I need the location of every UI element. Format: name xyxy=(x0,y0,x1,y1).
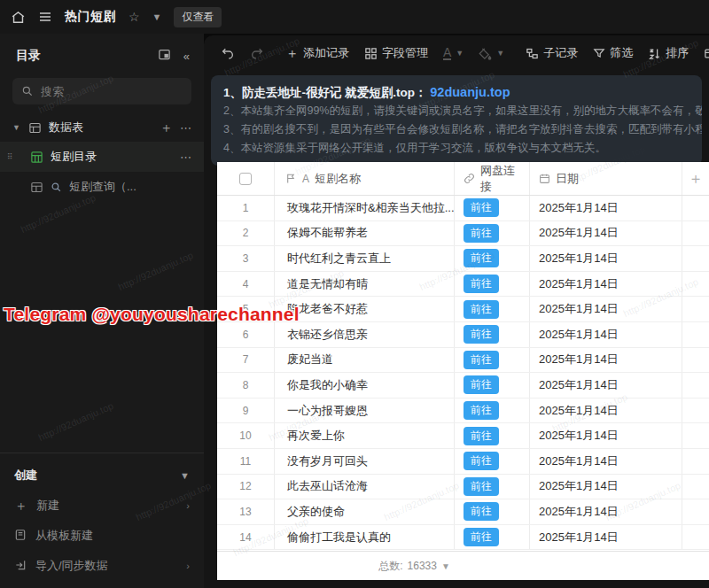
notice-line-4: 4、本站资源集采于网络公开渠道，仅用于学习交流，版权争议与本文档无关。 xyxy=(223,139,690,158)
home-icon[interactable] xyxy=(11,10,26,25)
drama-name-cell[interactable]: 偷偷打工我是认真的 xyxy=(275,525,455,550)
data-table: A 短剧名称 网盘连接 日期 ＋ 1玫瑰花开情深时&相亲当天他拉...前往202… xyxy=(217,162,709,580)
go-button[interactable]: 前往 xyxy=(464,375,499,394)
drama-name-cell[interactable]: 父亲的使命 xyxy=(275,499,455,524)
add-field-button[interactable]: ＋ xyxy=(682,162,709,195)
sidebar-section-datatables[interactable]: ▼ 数据表 ＋ ⋯ xyxy=(0,113,204,142)
chevron-down-icon[interactable]: ▼ xyxy=(152,12,162,22)
filter-button[interactable]: 筛选 xyxy=(588,42,637,65)
netdisk-link-cell: 前往 xyxy=(455,322,530,347)
go-button[interactable]: 前往 xyxy=(464,427,499,445)
go-button[interactable]: 前往 xyxy=(464,452,499,470)
redo-icon[interactable] xyxy=(245,43,269,64)
drama-name-cell[interactable]: 废妃当道 xyxy=(275,348,455,373)
link-icon xyxy=(464,173,475,184)
select-all-checkbox[interactable] xyxy=(239,173,252,185)
date-cell: 2025年1月14日 xyxy=(530,348,682,373)
empty-cell xyxy=(682,246,709,271)
total-value: 16333 xyxy=(408,560,437,572)
drama-name-cell[interactable]: 隐龙老爸不好惹 xyxy=(275,297,455,321)
grid-view-icon xyxy=(30,181,43,194)
notice-link[interactable]: 92duanju.top xyxy=(430,85,510,99)
row-number: 13 xyxy=(217,499,275,524)
drama-name-cell[interactable]: 道是无情却有晴 xyxy=(275,272,455,297)
drag-handle[interactable]: ⠿ xyxy=(7,155,14,159)
notice-line-2: 2、本站集齐全网99%的短剧，请搜关键词或演员名字，如果这里没有，别的地方大概率… xyxy=(223,102,690,120)
date-cell: 2025年1月14日 xyxy=(530,246,682,271)
go-button[interactable]: 前往 xyxy=(464,300,499,319)
total-label: 总数: xyxy=(378,559,402,574)
go-button[interactable]: 前往 xyxy=(464,198,499,217)
drama-name-cell[interactable]: 保姆不能帮养老 xyxy=(275,221,455,246)
add-table-icon[interactable]: ＋ xyxy=(160,120,173,136)
netdisk-link-cell: 前往 xyxy=(455,373,530,398)
sidebar-item-duanju-catalog[interactable]: ⠿ 短剧目录 ⋯ xyxy=(0,142,204,172)
create-section-header[interactable]: 创建 ▼ xyxy=(0,460,204,491)
row-number: 8 xyxy=(217,373,275,398)
go-button[interactable]: 前往 xyxy=(464,224,499,243)
main-panel: ＋ 添加记录 字段管理 A ▼ ▼ 子记录 xyxy=(204,35,709,588)
new-from-template-button[interactable]: 从模板新建 xyxy=(0,521,204,551)
drama-name-cell[interactable]: 此去巫山话沧海 xyxy=(275,475,455,499)
sort-button[interactable]: 排序 xyxy=(643,42,693,65)
field-manage-button[interactable]: 字段管理 xyxy=(360,42,432,65)
empty-cell xyxy=(682,348,709,373)
sidebar-search[interactable] xyxy=(12,78,191,104)
go-button[interactable]: 前往 xyxy=(464,351,499,369)
new-button[interactable]: ＋ 新建 › xyxy=(0,491,204,521)
go-button[interactable]: 前往 xyxy=(464,401,499,420)
group-button[interactable]: 分组 xyxy=(699,42,709,65)
sidebar-item-duanju-query[interactable]: 短剧查询（... xyxy=(0,172,204,202)
sort-az-icon xyxy=(648,47,661,60)
table-row: 12此去巫山话沧海前往2025年1月14日 xyxy=(217,475,709,500)
more-icon[interactable]: ⋯ xyxy=(180,121,191,135)
drama-name-cell[interactable]: 一心为报哥嫂恩 xyxy=(275,398,455,423)
drama-name-cell[interactable]: 你是我的小确幸 xyxy=(275,373,455,398)
bitable-green-icon xyxy=(30,151,43,164)
column-header-date[interactable]: 日期 xyxy=(530,162,682,195)
table-row: 11没有岁月可回头前往2025年1月14日 xyxy=(217,449,709,475)
sidebar: 目录 « ▼ 数据表 ＋ ⋯ ⠿ 短剧目录 ⋯ 短剧查询（... xyxy=(0,34,204,588)
more-icon[interactable]: ⋯ xyxy=(180,151,191,164)
star-icon[interactable]: ☆ xyxy=(129,10,140,24)
drama-name-cell[interactable]: 衣锦还乡倍思亲 xyxy=(275,322,455,347)
add-record-button[interactable]: ＋ 添加记录 xyxy=(281,42,354,66)
sub-record-button[interactable]: 子记录 xyxy=(521,42,582,65)
collapse-sidebar-icon[interactable]: « xyxy=(183,50,190,63)
text-color-button[interactable]: A ▼ xyxy=(439,43,468,64)
go-button[interactable]: 前往 xyxy=(464,275,499,293)
caret-down-icon[interactable]: ▼ xyxy=(12,123,21,132)
search-view-icon xyxy=(51,182,62,193)
go-button[interactable]: 前往 xyxy=(464,477,499,496)
new-label: 新建 xyxy=(36,498,59,514)
import-sync-button[interactable]: 导入/同步数据 › xyxy=(0,551,204,581)
search-input[interactable] xyxy=(41,85,183,98)
empty-cell xyxy=(682,373,709,398)
fill-color-button[interactable]: ▼ xyxy=(474,43,509,64)
undo-icon[interactable] xyxy=(216,43,239,64)
go-button[interactable]: 前往 xyxy=(464,249,499,267)
chevron-down-icon[interactable]: ▼ xyxy=(441,561,450,571)
template-icon xyxy=(14,529,27,544)
menu-icon[interactable] xyxy=(38,10,52,24)
netdisk-link-cell: 前往 xyxy=(455,449,530,474)
netdisk-link-cell: 前往 xyxy=(455,246,530,271)
empty-cell xyxy=(682,322,709,347)
row-number: 3 xyxy=(217,246,275,271)
column-header-link[interactable]: 网盘连接 xyxy=(455,162,530,195)
drama-name-cell[interactable]: 玫瑰花开情深时&相亲当天他拉... xyxy=(275,196,455,220)
panel-toggle-icon[interactable] xyxy=(158,48,171,64)
table-row: 9一心为报哥嫂恩前往2025年1月14日 xyxy=(217,398,709,424)
go-button[interactable]: 前往 xyxy=(464,502,499,521)
template-label: 从模板新建 xyxy=(35,528,93,544)
date-cell: 2025年1月14日 xyxy=(530,398,682,423)
column-header-name[interactable]: A 短剧名称 xyxy=(275,162,455,195)
go-button[interactable]: 前往 xyxy=(464,528,499,546)
drama-name-cell[interactable]: 时代红利之青云直上 xyxy=(275,246,455,271)
drama-name-cell[interactable]: 没有岁月可回头 xyxy=(275,449,455,474)
go-button[interactable]: 前往 xyxy=(464,325,499,344)
netdisk-link-cell: 前往 xyxy=(455,196,530,220)
fields-grid-icon xyxy=(364,47,378,60)
drama-name-cell[interactable]: 再次爱上你 xyxy=(275,423,455,448)
date-cell: 2025年1月14日 xyxy=(530,297,682,321)
